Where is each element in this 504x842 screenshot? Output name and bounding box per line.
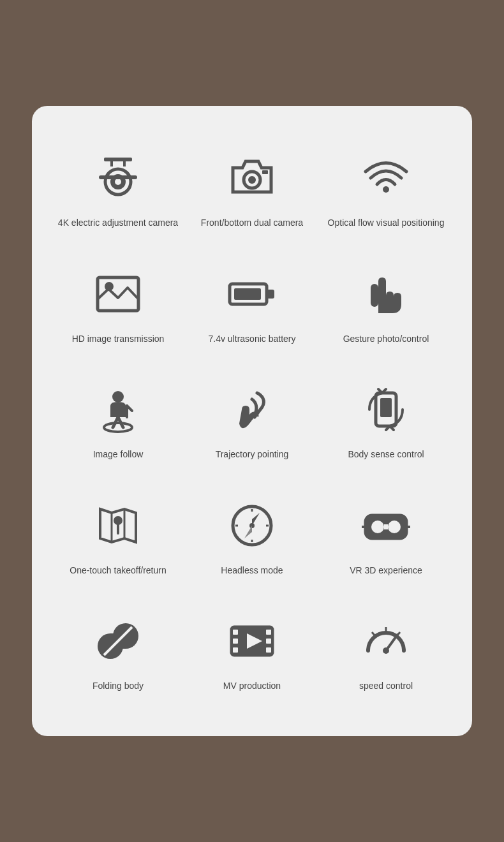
feature-dual-camera: Front/bottom dual camera [185, 131, 319, 247]
svg-rect-16 [371, 284, 378, 307]
feature-label-mv: MV production [223, 680, 281, 693]
body-sense-icon [357, 381, 415, 438]
svg-point-18 [104, 423, 132, 432]
feature-label-takeoff: One-touch takeoff/return [70, 565, 167, 577]
feature-label-4k-camera: 4K electric adjustment camera [58, 217, 178, 230]
dual-camera-icon [223, 149, 281, 207]
folding-icon [89, 612, 147, 670]
svg-rect-21 [380, 398, 392, 417]
gesture-icon [357, 265, 415, 323]
svg-rect-1 [110, 161, 113, 166]
feature-label-image-follow: Image follow [93, 448, 144, 461]
feature-4k-camera: 4K electric adjustment camera [51, 131, 185, 247]
svg-rect-15 [234, 288, 261, 300]
feature-gesture: Gesture photo/control [319, 247, 453, 364]
svg-rect-9 [262, 170, 268, 174]
feature-body-sense: Body sense control [319, 363, 453, 479]
svg-rect-44 [233, 647, 238, 653]
features-grid: 4K electric adjustment camera Front/bott… [51, 131, 453, 711]
svg-point-53 [383, 647, 389, 654]
feature-label-battery: 7.4v ultrasonic battery [209, 333, 296, 346]
svg-point-17 [112, 391, 124, 403]
feature-vr: VR 3D experience [319, 479, 453, 595]
feature-label-folding: Folding body [93, 680, 144, 693]
svg-rect-45 [266, 630, 271, 635]
svg-rect-2 [123, 161, 126, 166]
feature-label-dual-camera: Front/bottom dual camera [201, 217, 303, 230]
takeoff-icon [89, 497, 147, 554]
feature-label-optical-flow: Optical flow visual positioning [328, 217, 445, 230]
feature-takeoff: One-touch takeoff/return [51, 479, 185, 595]
feature-label-body-sense: Body sense control [348, 448, 424, 461]
feature-label-speed: speed control [359, 680, 413, 693]
speed-icon [357, 612, 415, 670]
feature-battery: 7.4v ultrasonic battery [185, 247, 319, 364]
feature-label-trajectory: Trajectory pointing [216, 448, 289, 461]
svg-rect-33 [384, 524, 388, 529]
feature-speed: speed control [319, 595, 453, 711]
feature-folding: Folding body [51, 595, 185, 711]
svg-point-5 [115, 179, 121, 185]
feature-label-vr: VR 3D experience [350, 565, 422, 577]
4k-camera-icon [89, 149, 147, 207]
feature-label-gesture: Gesture photo/control [343, 333, 429, 346]
svg-point-10 [383, 186, 389, 193]
svg-rect-14 [267, 290, 274, 299]
battery-icon [223, 265, 281, 323]
svg-rect-6 [99, 175, 137, 179]
feature-label-hd-image: HD image transmission [72, 333, 165, 346]
svg-rect-42 [233, 630, 238, 635]
image-follow-icon [89, 381, 147, 438]
svg-rect-43 [233, 639, 238, 644]
svg-point-8 [248, 176, 256, 184]
feature-trajectory: Trajectory pointing [185, 363, 319, 479]
optical-flow-icon [357, 149, 415, 207]
svg-point-22 [114, 516, 122, 525]
feature-headless: Headless mode [185, 479, 319, 595]
headless-icon [223, 497, 281, 554]
svg-point-31 [371, 521, 384, 533]
hd-image-icon [89, 265, 147, 323]
svg-point-12 [105, 282, 114, 291]
vr-icon [357, 497, 415, 554]
features-card: 4K electric adjustment camera Front/bott… [32, 106, 472, 736]
feature-optical-flow: Optical flow visual positioning [319, 131, 453, 247]
svg-rect-0 [104, 158, 132, 161]
feature-image-follow: Image follow [51, 363, 185, 479]
mv-icon [223, 612, 281, 670]
svg-point-32 [388, 521, 401, 533]
feature-label-headless: Headless mode [221, 565, 283, 577]
trajectory-icon [223, 381, 281, 438]
svg-rect-47 [266, 647, 271, 653]
feature-mv: MV production [185, 595, 319, 711]
feature-hd-image: HD image transmission [51, 247, 185, 364]
svg-line-50 [372, 632, 375, 636]
svg-rect-46 [266, 639, 271, 644]
